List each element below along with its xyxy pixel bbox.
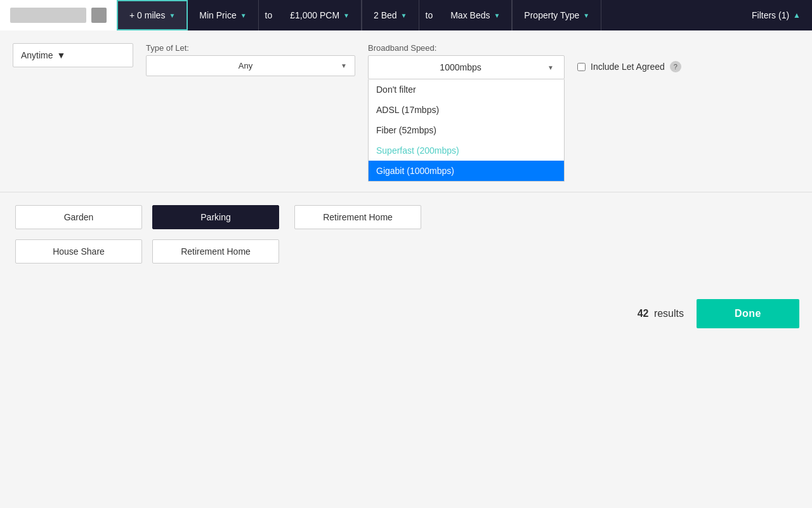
broadband-option-adsl[interactable]: ADSL (17mbps) — [369, 100, 564, 120]
anytime-dropdown[interactable]: Anytime ▼ — [13, 43, 133, 67]
type-of-let-arrow-icon: ▼ — [341, 62, 347, 69]
max-price-arrow-icon: ▼ — [343, 12, 350, 19]
retirement-home-feature-button-left[interactable]: Retirement Home — [152, 239, 279, 264]
features-row-2: House Share Retirement Home — [13, 237, 282, 266]
include-let-agreed-checkbox[interactable] — [577, 63, 586, 71]
min-beds-filter-button[interactable]: 2 Bed ▼ — [362, 0, 419, 30]
house-share-label: House Share — [53, 246, 105, 257]
broadband-arrow-icon: ▼ — [547, 64, 554, 71]
type-of-let-dropdown[interactable]: Any ▼ — [146, 55, 355, 76]
property-type-filter-button[interactable]: Property Type ▼ — [512, 0, 601, 30]
retirement-home-feature-button-right[interactable]: Retirement Home — [294, 205, 421, 229]
price-to-label: to — [259, 0, 279, 30]
features-row-right-1: Retirement Home — [292, 203, 424, 232]
broadband-section: Broadband Speed: 1000mbps ▼ Don't filter… — [368, 43, 565, 182]
filters-arrow-icon: ▲ — [793, 11, 801, 20]
done-button[interactable]: Done — [697, 299, 799, 328]
logo-image — [10, 8, 86, 23]
garden-label: Garden — [64, 212, 94, 222]
radius-label: + 0 miles — [129, 10, 165, 20]
features-left: Garden Parking House Share Retirement Ho… — [13, 203, 282, 266]
broadband-option-gigabit[interactable]: Gigabit (1000mbps) — [369, 161, 564, 181]
filter-row-1: Anytime ▼ Type of Let: Any ▼ Broadband S… — [0, 30, 812, 182]
anytime-value: Anytime — [21, 50, 53, 60]
property-type-label: Property Type — [524, 10, 579, 20]
results-label: results — [654, 308, 684, 319]
radius-arrow-icon: ▼ — [169, 12, 175, 19]
max-price-filter-button[interactable]: £1,000 PCM ▼ — [278, 0, 362, 30]
broadband-dropdown-trigger[interactable]: 1000mbps ▼ — [368, 55, 565, 79]
filters-label: Filters (1) — [752, 10, 789, 20]
broadband-label: Broadband Speed: — [368, 43, 565, 53]
radius-filter-button[interactable]: + 0 miles ▼ — [117, 0, 188, 30]
max-beds-arrow-icon: ▼ — [494, 12, 500, 19]
broadband-wrapper: 1000mbps ▼ Don't filter ADSL (17mbps) Fi… — [368, 55, 565, 182]
features-section: Garden Parking House Share Retirement Ho… — [0, 203, 812, 276]
parking-label: Parking — [200, 212, 230, 222]
max-price-label: £1,000 PCM — [290, 10, 339, 20]
house-share-feature-button[interactable]: House Share — [15, 239, 142, 264]
anytime-arrow-icon: ▼ — [57, 50, 66, 60]
broadband-options-list: Don't filter ADSL (17mbps) Fiber (52mbps… — [368, 79, 565, 182]
garden-feature-button[interactable]: Garden — [15, 205, 142, 229]
broadband-current-value: 1000mbps — [379, 62, 542, 72]
min-price-arrow-icon: ▼ — [240, 12, 247, 19]
min-price-label: Min Price — [199, 10, 236, 20]
broadband-option-no-filter[interactable]: Don't filter — [369, 79, 564, 100]
results-number: 42 — [638, 308, 649, 319]
filter-panel: Anytime ▼ Type of Let: Any ▼ Broadband S… — [0, 30, 812, 338]
max-beds-filter-button[interactable]: Max Beds ▼ — [439, 0, 512, 30]
logo-icon — [91, 8, 107, 23]
include-let-agreed-label: Include Let Agreed — [591, 62, 665, 72]
section-divider-1 — [0, 192, 812, 192]
retirement-home-label-right: Retirement Home — [323, 212, 393, 222]
filters-button[interactable]: Filters (1) ▲ — [740, 0, 812, 30]
include-let-agreed-section: Include Let Agreed ? — [577, 61, 681, 72]
property-type-arrow-icon: ▼ — [583, 12, 589, 19]
results-count-area: 42 results — [638, 308, 684, 319]
type-of-let-section: Type of Let: Any ▼ — [146, 43, 355, 76]
help-icon[interactable]: ? — [670, 61, 681, 72]
retirement-home-label-left: Retirement Home — [181, 246, 251, 257]
min-beds-label: 2 Bed — [374, 10, 397, 20]
features-right: Retirement Home — [292, 203, 424, 266]
type-of-let-label: Type of Let: — [146, 43, 355, 53]
min-price-filter-button[interactable]: Min Price ▼ — [188, 0, 258, 30]
features-row-1: Garden Parking — [13, 203, 282, 232]
anytime-section: Anytime ▼ — [13, 43, 133, 67]
broadband-option-fiber[interactable]: Fiber (52mbps) — [369, 120, 564, 140]
logo-area — [0, 0, 117, 30]
type-of-let-value: Any — [154, 61, 337, 70]
results-bar: 42 results Done — [0, 289, 812, 338]
broadband-option-superfast[interactable]: Superfast (200mbps) — [369, 140, 564, 161]
max-beds-label: Max Beds — [450, 10, 490, 20]
filter-bar: + 0 miles ▼ Min Price ▼ to £1,000 PCM ▼ … — [0, 0, 812, 30]
min-beds-arrow-icon: ▼ — [401, 12, 407, 19]
parking-feature-button[interactable]: Parking — [152, 205, 279, 229]
beds-to-label: to — [419, 0, 440, 30]
